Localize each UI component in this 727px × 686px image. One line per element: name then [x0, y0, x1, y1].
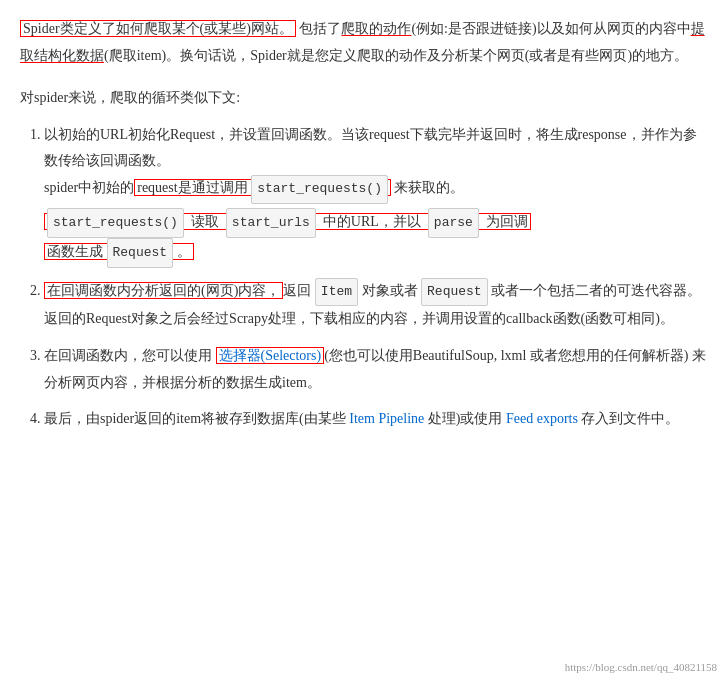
item3-selectors-link[interactable]: 选择器(Selectors): [216, 347, 325, 364]
item1-request-desc: spider中初始的request是通过调用 start_requests() …: [44, 179, 464, 196]
item1-parse-inline: parse: [428, 208, 479, 238]
loop-intro-paragraph: 对spider来说，爬取的循环类似下文:: [20, 85, 707, 112]
item2-text: 在回调函数内分析返回的(网页)内容，返回 Item 对象或者 Request 或…: [44, 283, 701, 327]
list-item-2: 在回调函数内分析返回的(网页)内容，返回 Item 对象或者 Request 或…: [44, 278, 707, 333]
intro-paragraph: Spider类定义了如何爬取某个(或某些)网站。 包括了爬取的动作(例如:是否跟…: [20, 16, 707, 69]
steps-list: 以初始的URL初始化Request，并设置回调函数。当该request下载完毕并…: [20, 122, 707, 433]
item2-item-code: Item: [315, 278, 358, 307]
item2-box: 在回调函数内分析返回的(网页)内容，: [44, 282, 283, 299]
item4-text: 最后，由spider返回的item将被存到数据库(由某些 Item Pipeli…: [44, 411, 679, 426]
item4-feed-exports-link[interactable]: Feed exports: [506, 411, 578, 426]
list-item-4: 最后，由spider返回的item将被存到数据库(由某些 Item Pipeli…: [44, 406, 707, 433]
item1-sr-inline: start_requests(): [47, 208, 184, 238]
item2-request-code: Request: [421, 278, 488, 307]
list-item-1: 以初始的URL初始化Request，并设置回调函数。当该request下载完毕并…: [44, 122, 707, 268]
item1-start-requests-code: start_requests(): [251, 175, 388, 204]
list-item-3: 在回调函数内，您可以使用 选择器(Selectors)(您也可以使用Beauti…: [44, 343, 707, 396]
item1-request-inline: Request: [107, 238, 174, 268]
item1-text: 以初始的URL初始化Request，并设置回调函数。当该request下载完毕并…: [44, 127, 697, 169]
item4-pipeline-link[interactable]: Item Pipeline: [349, 411, 424, 426]
intro-highlight-action: 爬取的动作: [341, 21, 411, 36]
item1-code-block-box2: 函数生成 Request 。: [44, 243, 194, 260]
item1-start-urls-inline: start_urls: [226, 208, 316, 238]
watermark: https://blog.csdn.net/qq_40821158: [565, 658, 717, 678]
item1-code-block-area: start_requests() 读取 start_urls 中的URL，并以 …: [44, 208, 707, 268]
item1-code-block-box: start_requests() 读取 start_urls 中的URL，并以 …: [44, 213, 531, 230]
item1-request-box: request是通过调用 start_requests(): [134, 179, 391, 196]
item3-text: 在回调函数内，您可以使用 选择器(Selectors)(您也可以使用Beauti…: [44, 347, 706, 390]
intro-boxed-spider: Spider类定义了如何爬取某个(或某些)网站。: [20, 20, 296, 37]
